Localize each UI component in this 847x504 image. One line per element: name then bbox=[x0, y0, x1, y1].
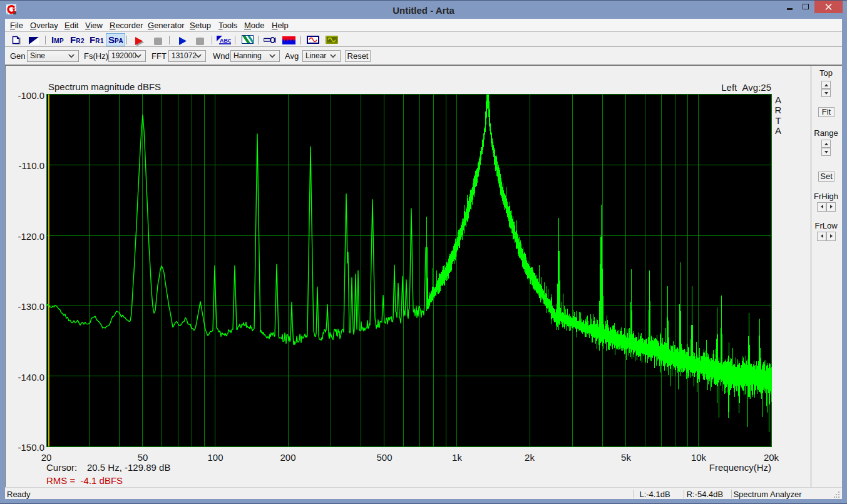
svg-text:ABC: ABC bbox=[220, 38, 231, 44]
